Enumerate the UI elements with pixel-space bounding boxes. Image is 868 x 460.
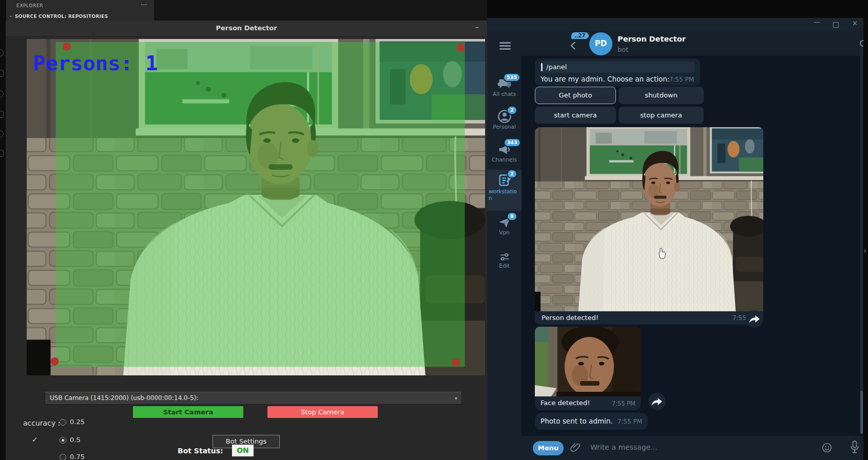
sidebar-item-label: Vpn bbox=[487, 229, 522, 236]
detection-corner-dot bbox=[456, 44, 465, 52]
message-input[interactable]: Write a message... bbox=[590, 443, 658, 451]
vscode-icon-sliver[interactable] bbox=[0, 150, 4, 157]
vscode-explorer-panel: EXPLORER ⋯ ⌄ SOURCE CONTROL: REPOSITORIE… bbox=[6, 0, 154, 21]
accuracy-option-label[interactable]: 0.75 bbox=[70, 453, 85, 460]
sidebar-item-vpn[interactable]: Vpn 9 bbox=[487, 216, 522, 236]
chat-scrollbar-track[interactable] bbox=[860, 46, 863, 433]
sidebar-item-label: Edit bbox=[487, 263, 522, 269]
face-photo bbox=[535, 327, 641, 396]
hamburger-menu-icon[interactable] bbox=[499, 42, 511, 51]
forward-button[interactable] bbox=[746, 310, 763, 328]
bot-status-label: Bot Status: bbox=[178, 447, 223, 455]
detection-box-overlay bbox=[56, 42, 465, 367]
detection-corner-dot bbox=[51, 357, 59, 366]
bot-keyboard-stop-camera[interactable]: stop camera bbox=[619, 107, 704, 124]
explorer-title: EXPLORER bbox=[16, 3, 43, 8]
dropdown-arrow-icon: ▾ bbox=[455, 392, 457, 404]
forward-button[interactable] bbox=[648, 393, 666, 410]
minimize-button[interactable]: — bbox=[814, 18, 820, 26]
sidebar-item-personal[interactable]: Personal 2 bbox=[487, 109, 522, 130]
edge-expand-chevron[interactable]: › bbox=[864, 247, 866, 254]
message-time: 7:55 PM bbox=[612, 400, 635, 407]
accuracy-option-label[interactable]: 0.5 bbox=[70, 436, 81, 444]
unread-badge: 2 bbox=[508, 107, 516, 114]
detection-corner-dot bbox=[63, 43, 71, 51]
stop-camera-button[interactable]: Stop Camera bbox=[267, 406, 378, 418]
camera-select-value: USB Camera (1415:2000) (usb-0000:00:14.0… bbox=[50, 394, 198, 402]
chat-header: ..27 PD Person Detector bot ⋮ bbox=[522, 31, 863, 56]
start-camera-button[interactable]: Start Camera bbox=[133, 406, 243, 418]
screen-edge-strip: › bbox=[863, 18, 868, 460]
forward-arrow-icon bbox=[648, 393, 666, 410]
avatar[interactable]: PD bbox=[589, 32, 612, 55]
sidebar-item-all-chats[interactable]: All chats 535 bbox=[487, 76, 522, 97]
unread-badge: 343 bbox=[505, 139, 520, 146]
sidebar-item-workstation[interactable]: workstation 2 bbox=[487, 170, 522, 211]
chat-subtitle: bot bbox=[618, 46, 628, 53]
camera-feed: Persons: 1 bbox=[27, 39, 485, 375]
caption-text: Person detected! bbox=[542, 314, 599, 322]
maximize-button[interactable] bbox=[833, 22, 839, 28]
quote-bar bbox=[541, 63, 543, 71]
forward-arrow-icon bbox=[746, 310, 763, 328]
message-text: Photo sent to admin. bbox=[541, 417, 613, 425]
accuracy-radio-05[interactable] bbox=[60, 437, 66, 444]
person-detector-window: Person Detector – bbox=[6, 21, 487, 460]
caption-text: Face detected! bbox=[541, 399, 590, 407]
person-detector-titlebar: Person Detector – bbox=[6, 21, 487, 36]
minimize-button[interactable]: – bbox=[475, 22, 479, 32]
message-time: 7:55 PM bbox=[618, 418, 642, 425]
message-time: 7:55 PM bbox=[669, 76, 694, 83]
more-actions-icon[interactable]: ⋯ bbox=[141, 1, 147, 8]
window-title: Person Detector bbox=[6, 24, 487, 32]
sidebar-item-label: Channels bbox=[487, 156, 522, 163]
sidebar-item-label: All chats bbox=[487, 91, 522, 97]
photo-caption-bar: Person detected! 7:55 PM bbox=[535, 311, 763, 325]
vscode-icon-sliver[interactable] bbox=[0, 49, 4, 56]
vscode-icon-sliver[interactable] bbox=[0, 70, 4, 77]
vscode-icon-sliver[interactable] bbox=[0, 90, 4, 97]
unread-badge: 535 bbox=[504, 74, 519, 81]
mouse-cursor-hand bbox=[657, 247, 667, 259]
person-photo-message[interactable] bbox=[535, 127, 763, 311]
chevron-down-icon: ⌄ bbox=[9, 13, 13, 18]
quoted-command-text: /panel bbox=[546, 63, 567, 71]
sidebar-item-edit[interactable]: Edit bbox=[487, 251, 522, 269]
camera-feed-frame: Persons: 1 bbox=[27, 39, 485, 375]
bot-message-bubble: /panel You are my admin. Choose an actio… bbox=[535, 58, 700, 86]
chat-title: Person Detector bbox=[618, 35, 686, 43]
bot-keyboard-get-photo[interactable]: Get photo bbox=[535, 87, 616, 104]
sidebar-item-channels[interactable]: Channels 343 bbox=[487, 142, 522, 163]
person-photo bbox=[535, 127, 763, 311]
back-unread-badge[interactable]: ..27 bbox=[571, 32, 589, 39]
bot-keyboard-shutdown[interactable]: shutdown bbox=[619, 87, 704, 104]
telegram-titlebar: — ✕ bbox=[487, 18, 863, 31]
chat-scrollbar-thumb[interactable] bbox=[860, 391, 863, 434]
attach-paperclip-icon[interactable] bbox=[570, 442, 581, 454]
vscode-icon-sliver[interactable] bbox=[0, 111, 4, 118]
desktop-gap bbox=[487, 0, 868, 18]
unread-badge: 9 bbox=[508, 213, 516, 220]
source-control-section-header[interactable]: SOURCE CONTROL: REPOSITORIES bbox=[15, 14, 108, 19]
accuracy-option-label[interactable]: 0.25 bbox=[70, 418, 85, 426]
close-button[interactable]: ✕ bbox=[852, 19, 858, 27]
accuracy-label: accuracy : bbox=[23, 419, 60, 427]
bot-keyboard-start-camera[interactable]: start camera bbox=[535, 107, 616, 124]
sliders-icon bbox=[498, 251, 511, 263]
camera-select[interactable]: USB Camera (1415:2000) (usb-0000:00:14.0… bbox=[45, 392, 462, 405]
vscode-icon-sliver[interactable] bbox=[0, 130, 4, 137]
emoji-icon[interactable] bbox=[821, 442, 833, 453]
voice-message-mic-icon[interactable] bbox=[850, 441, 860, 454]
accuracy-radio-075[interactable] bbox=[60, 454, 66, 460]
face-photo-message[interactable] bbox=[535, 327, 641, 396]
unread-badge: 2 bbox=[508, 170, 516, 177]
sidebar-item-label: workstation bbox=[487, 188, 522, 202]
accuracy-radio-025[interactable] bbox=[60, 419, 66, 426]
message-text: You are my admin. Choose an action: bbox=[541, 75, 669, 83]
photo-caption-bar: Face detected! 7:55 PM bbox=[535, 396, 641, 410]
chat-message-area: /panel You are my admin. Choose an actio… bbox=[522, 56, 863, 436]
quoted-command[interactable]: /panel bbox=[540, 62, 695, 73]
persons-count-overlay: Persons: 1 bbox=[33, 51, 158, 74]
back-arrow-icon[interactable] bbox=[569, 41, 578, 50]
bot-menu-button[interactable]: Menu bbox=[533, 441, 564, 455]
